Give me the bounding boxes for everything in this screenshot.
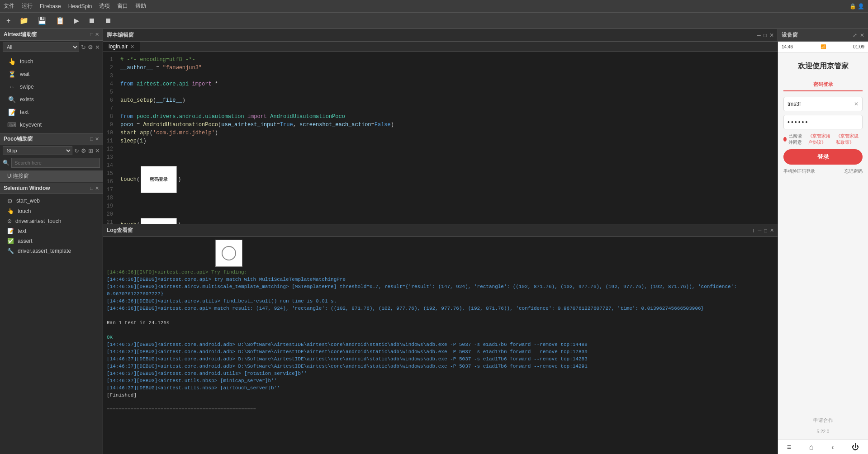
app-password-input[interactable]: •••••• xyxy=(783,115,863,129)
airtest-icon1[interactable]: □ xyxy=(90,32,93,38)
stop2-button[interactable]: ⏹ xyxy=(102,16,114,26)
phone-nav-bar: ≡ ⌂ ‹ ⏻ xyxy=(778,440,868,454)
code-line-9: poco = AndroidUiautomationPoco(use_airte… xyxy=(117,121,778,129)
left-panel: Airtest辅助窗 □ ✕ All ↻ ⚙ ✕ 👆 touch xyxy=(0,29,103,454)
app-username-input[interactable]: tms3f ✕ xyxy=(783,97,863,111)
api-wait[interactable]: ⏳ wait xyxy=(0,68,103,80)
tab-login-air[interactable]: login.air ✕ xyxy=(103,42,140,52)
api-touch[interactable]: 👆 touch xyxy=(0,55,103,68)
input-clear-icon[interactable]: ✕ xyxy=(854,101,859,107)
airtest-filter-select[interactable]: All xyxy=(3,43,79,52)
user-icon[interactable]: 🔒 👤 xyxy=(849,3,864,9)
tab-close-icon[interactable]: ✕ xyxy=(130,44,134,50)
open-button[interactable]: 📁 xyxy=(17,15,31,26)
poco-icon1[interactable]: □ xyxy=(90,136,93,142)
device-close-icon[interactable]: ✕ xyxy=(860,32,864,38)
airtest-header-icons: □ ✕ xyxy=(90,32,99,38)
airtest-filter-row: All ↻ ⚙ ✕ xyxy=(0,41,103,53)
sel-item-start-web[interactable]: ⊙ start_web xyxy=(0,195,103,206)
stop-button[interactable]: ⏹ xyxy=(85,16,98,26)
menu-window[interactable]: 窗口 xyxy=(117,2,128,10)
menu-options[interactable]: 选项 xyxy=(99,2,110,10)
sel-item-driver-touch[interactable]: ⊙ driver.airtest_touch xyxy=(0,216,103,226)
app-agree-radio[interactable] xyxy=(783,137,787,142)
nav-menu-btn[interactable]: ≡ xyxy=(787,443,791,451)
editor-expand-icon[interactable]: □ xyxy=(764,32,767,38)
copy-button[interactable]: 📋 xyxy=(53,15,67,26)
log-expand-icon[interactable]: □ xyxy=(764,228,767,233)
airtest-refresh-btn[interactable]: ↻ xyxy=(81,44,86,51)
airtest-icon2[interactable]: ✕ xyxy=(95,32,99,38)
log-t-icon[interactable]: T xyxy=(752,228,755,233)
poco-icon2[interactable]: ✕ xyxy=(95,136,99,142)
sel-item-text[interactable]: 📝 text xyxy=(0,226,103,236)
menu-firebase[interactable]: Firebase xyxy=(40,3,61,9)
api-text[interactable]: 📝 text xyxy=(0,106,103,118)
poco-refresh-btn[interactable]: ↻ xyxy=(74,147,79,154)
run-button[interactable]: ▶ xyxy=(71,15,82,26)
poco-extra-btn[interactable]: ⊞ xyxy=(88,147,93,154)
code-content[interactable]: # -*- encoding=utf8 -*- __author__ = "fa… xyxy=(117,52,778,224)
app-tab-password[interactable]: 密码登录 xyxy=(783,78,863,91)
device-expand-icon[interactable]: ⤢ xyxy=(853,32,857,38)
api-wait-label: wait xyxy=(20,71,29,77)
app-username-value: tms3f xyxy=(787,101,801,107)
app-login-button[interactable]: 登录 xyxy=(783,149,863,165)
poco-dropdown[interactable]: Stop xyxy=(3,146,72,155)
poco-settings-btn[interactable]: ⚙ xyxy=(81,147,86,154)
menu-headspin[interactable]: HeadSpin xyxy=(68,3,92,9)
log-close-icon[interactable]: ✕ xyxy=(770,227,774,233)
selenium-header: Selenium Window □ ✕ xyxy=(0,183,103,194)
exists-icon: 🔍 xyxy=(7,95,16,104)
log-line-17: [Finished] xyxy=(107,392,774,399)
app-agree-link2[interactable]: 《京管家隐私政策》 xyxy=(836,133,863,146)
menu-file[interactable]: 文件 xyxy=(4,2,14,10)
device-icons: ⤢ ✕ xyxy=(853,32,864,38)
touch-icon: 👆 xyxy=(7,57,16,66)
sel-item-assert[interactable]: ✅ assert xyxy=(0,236,103,246)
menu-run[interactable]: 运行 xyxy=(22,2,33,10)
poco-title: Poco辅助窗 xyxy=(4,135,33,143)
code-line-8: from poco.drivers.android.uiautomation i… xyxy=(117,113,778,121)
device-title: 设备窗 xyxy=(782,31,798,39)
api-swipe[interactable]: ↔ swipe xyxy=(0,80,103,93)
log-content[interactable]: [14:46:36][INFO]<airtest.core.api> Try f… xyxy=(103,237,778,454)
app-partner-link[interactable]: 申请合作 xyxy=(783,415,863,426)
sel-item-driver-assert[interactable]: 🔧 driver.assert_template xyxy=(0,246,103,256)
airtest-close-btn[interactable]: ✕ xyxy=(95,44,100,51)
selenium-header-icons: □ ✕ xyxy=(90,185,99,191)
log-line-16: [14:46:37][DEBUG]<airtest.utils.nbsp> [a… xyxy=(107,384,774,392)
editor-minimize-icon[interactable]: ─ xyxy=(757,32,761,38)
log-line-18 xyxy=(107,399,774,406)
save-button[interactable]: 💾 xyxy=(35,15,49,26)
editor-close-icon[interactable]: ✕ xyxy=(769,32,774,38)
code-line-1: # -*- encoding=utf8 -*- xyxy=(117,56,778,64)
app-tab-bar: 密码登录 xyxy=(783,78,863,91)
phone-status-bar: 14:46 📶 01:09 xyxy=(778,42,868,52)
airtest-settings-btn[interactable]: ⚙ xyxy=(88,44,93,51)
poco-search-input[interactable] xyxy=(11,158,100,168)
nav-back-btn[interactable]: ‹ xyxy=(831,443,834,451)
code-line-10: start_app('com.jd.mrd.jdhelp') xyxy=(117,129,778,137)
app-agree-link1[interactable]: 《京管家用户协议》 xyxy=(808,133,835,146)
selenium-icon1[interactable]: □ xyxy=(90,185,93,191)
poco-close-btn[interactable]: ✕ xyxy=(95,147,100,154)
app-phone-login-link[interactable]: 手机验证码登录 xyxy=(783,168,815,175)
sel-item-touch[interactable]: 👆 touch xyxy=(0,206,103,216)
api-keyevent[interactable]: ⌨ keyevent xyxy=(0,118,103,131)
nav-power-btn[interactable]: ⏻ xyxy=(852,443,859,451)
new-button[interactable]: + xyxy=(4,16,13,26)
app-forgot-password-link[interactable]: 忘记密码 xyxy=(844,168,863,175)
log-line-10: [14:46:37][DEBUG]<airtest.core.android.a… xyxy=(107,341,774,348)
poco-item-ui[interactable]: UI连接窗 xyxy=(0,170,103,182)
log-template-img xyxy=(215,240,242,267)
selenium-icon2[interactable]: ✕ xyxy=(95,185,99,191)
app-agree-row: 已阅读并同意 《京管家用户协议》 《京管家隐私政策》 xyxy=(783,133,863,146)
menu-help[interactable]: 帮助 xyxy=(135,2,146,10)
nav-home-btn[interactable]: ⌂ xyxy=(809,443,814,451)
script-editor: 脚本编辑窗 ─ □ ✕ login.air ✕ 12345 678910 111 xyxy=(103,29,778,224)
poco-header-icons: □ ✕ xyxy=(90,136,99,142)
api-exists[interactable]: 🔍 exists xyxy=(0,93,103,106)
phone-battery-time: 01:09 xyxy=(853,44,864,49)
log-minimize-icon[interactable]: ─ xyxy=(758,228,762,233)
